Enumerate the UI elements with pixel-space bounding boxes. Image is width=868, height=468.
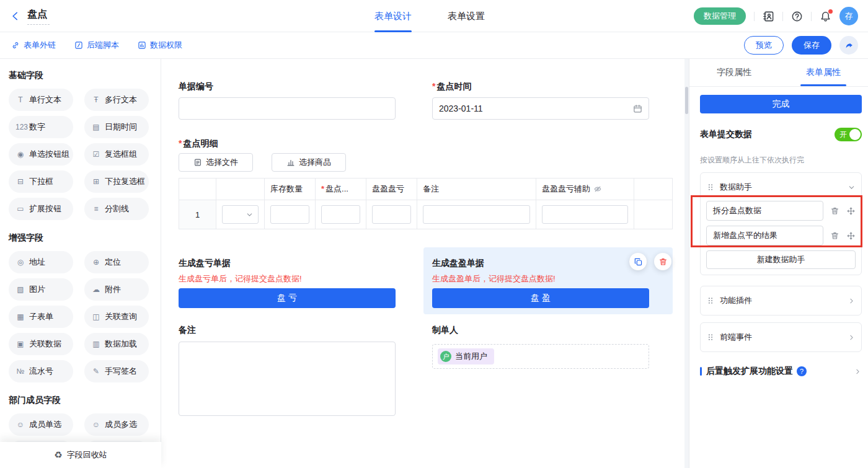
profit-action-button[interactable]: 盘 盈: [432, 288, 649, 308]
sidebar-field-item[interactable]: ☺成员单选: [9, 413, 73, 436]
field-generate-profit-selected[interactable]: 生成盘盈单据 生成盘盈单后，记得提交盘点数据! 盘 盈: [423, 247, 673, 314]
properties-tab[interactable]: 表单属性: [779, 59, 868, 86]
sidebar-field-item[interactable]: ▤日期时间: [84, 116, 149, 138]
avatar[interactable]: 存: [839, 7, 858, 25]
chevron-right-icon[interactable]: [848, 333, 856, 342]
sidebar-field-item[interactable]: ⊕定位: [84, 251, 149, 273]
drag-handle-icon[interactable]: [706, 333, 715, 342]
post-trigger-label: 后置触发扩展功能设置: [706, 366, 793, 377]
select-product-button[interactable]: 选择商品: [272, 153, 346, 172]
contacts-book-icon[interactable]: [763, 11, 774, 22]
assistant-item-name[interactable]: 新增盘点平的结果: [706, 226, 823, 245]
sidebar-field-item[interactable]: ◎地址: [9, 251, 73, 273]
field-detail-subform[interactable]: 盘点明细 选择文件 选择商品 库存数量盘点...盘盈盘亏备注盘盈盘亏辅助1: [179, 138, 684, 229]
delete-field-button[interactable]: [654, 253, 671, 270]
help-badge-icon[interactable]: ?: [797, 366, 807, 376]
field-type-icon: ☺: [91, 420, 101, 429]
form-designer-page: 盘点 表单设计表单设置 数据管理 存 表单外链后端脚本数据权限 预览 保存 基础…: [0, 0, 868, 468]
properties-tab[interactable]: 字段属性: [689, 59, 779, 86]
loss-hint: 生成盘亏单后，记得提交盘点数据!: [179, 273, 396, 285]
sidebar-field-item[interactable]: ◫关联查询: [84, 306, 149, 328]
plugin-title: 功能插件: [720, 295, 843, 306]
help-icon[interactable]: [791, 11, 803, 22]
subform-header-cell: 库存数量: [265, 179, 316, 200]
copy-field-button[interactable]: [629, 253, 647, 270]
move-icon[interactable]: [846, 231, 856, 241]
topbar-tab[interactable]: 表单设计: [374, 0, 412, 32]
submit-data-toggle[interactable]: 开: [835, 128, 862, 141]
chevron-down-icon[interactable]: [848, 183, 856, 192]
form-external-link[interactable]: 表单外链: [11, 40, 56, 51]
remark-textarea[interactable]: [179, 342, 396, 416]
sidebar-field-item[interactable]: 123数字: [9, 116, 73, 138]
subform-body-cell: 1: [179, 200, 216, 229]
sidebar-field-item[interactable]: ≡分割线: [84, 198, 149, 220]
backend-script-link[interactable]: 后端脚本: [74, 40, 119, 51]
column-label: 盘盈盘亏: [372, 183, 404, 195]
chevron-right-icon[interactable]: [854, 368, 862, 376]
loss-action-button[interactable]: 盘 亏: [179, 288, 396, 308]
form-title[interactable]: 盘点: [27, 7, 50, 25]
sidebar-field-item[interactable]: Ŧ多行文本: [84, 89, 149, 111]
share-button[interactable]: [839, 36, 858, 55]
save-button[interactable]: 保存: [792, 36, 831, 55]
row-cell-input[interactable]: [423, 205, 530, 224]
sidebar-field-item[interactable]: ◉单选按钮组: [9, 143, 73, 166]
row-type-select[interactable]: [222, 205, 259, 224]
current-user-tag[interactable]: 户 当前用户: [438, 348, 494, 364]
data-permission-link[interactable]: 数据权限: [138, 40, 182, 51]
sidebar-field-item[interactable]: ▭扩展按钮: [9, 198, 73, 220]
field-type-label: 子表单: [29, 311, 53, 322]
sidebar-field-item[interactable]: ▦子表单: [9, 306, 73, 328]
chevron-right-icon[interactable]: [848, 297, 856, 305]
drag-handle-icon[interactable]: [706, 296, 715, 305]
row-cell-input[interactable]: [270, 205, 309, 224]
assistant-item-name[interactable]: 拆分盘点数据: [706, 201, 823, 221]
field-creator[interactable]: 制单人 户 当前用户: [432, 325, 649, 416]
sidebar-field-item[interactable]: ⊞下拉复选框: [84, 170, 149, 193]
sidebar-field-item[interactable]: ▥数据加载: [84, 333, 149, 355]
row-cell-input[interactable]: [372, 205, 411, 224]
sidebar-field-item[interactable]: ☺成员多选: [84, 413, 149, 436]
new-data-assistant-button[interactable]: 新建数据助手: [706, 250, 856, 269]
field-type-label: 单选按钮组: [29, 149, 69, 160]
field-type-label: 定位: [105, 257, 121, 268]
trash-icon[interactable]: [830, 231, 839, 241]
row-cell-input[interactable]: [321, 205, 360, 224]
field-type-icon: ✎: [91, 367, 101, 376]
creator-value-box[interactable]: 户 当前用户: [432, 344, 649, 369]
move-icon[interactable]: [846, 206, 856, 216]
field-type-icon: ⊞: [91, 177, 101, 186]
select-file-button[interactable]: 选择文件: [179, 153, 253, 172]
sidebar-field-item[interactable]: ▣关联数据: [9, 333, 73, 355]
field-check-time[interactable]: 盘点时间 2023-01-11: [432, 81, 649, 120]
recycle-label: 字段回收站: [67, 449, 107, 461]
data-manage-button[interactable]: 数据管理: [694, 7, 746, 25]
field-remark[interactable]: 备注: [179, 325, 396, 416]
back-icon[interactable]: [10, 11, 21, 22]
field-recycle-bin-button[interactable]: ♻ 字段回收站: [0, 442, 161, 468]
field-type-label: 复选框组: [105, 149, 137, 160]
done-button[interactable]: 完成: [700, 95, 862, 113]
tab-label: 表单设计: [374, 11, 412, 22]
row-cell-input[interactable]: [542, 205, 628, 224]
preview-button[interactable]: 预览: [744, 36, 784, 55]
post-trigger-section[interactable]: 后置触发扩展功能设置 ?: [700, 366, 862, 377]
sidebar-field-item[interactable]: ✎手写签名: [84, 360, 149, 382]
sidebar-field-item[interactable]: ▧图片: [9, 278, 73, 301]
check-time-input[interactable]: 2023-01-11: [432, 97, 649, 120]
notification-bell-icon[interactable]: [820, 11, 831, 22]
toolbar-links: 表单外链后端脚本数据权限: [11, 40, 182, 51]
sidebar-field-item[interactable]: №流水号: [9, 360, 73, 382]
field-generate-loss[interactable]: 生成盘亏单据 生成盘亏单后，记得提交盘点数据! 盘 亏: [170, 247, 404, 314]
sidebar-field-item[interactable]: T单行文本: [9, 89, 73, 111]
topbar-tab[interactable]: 表单设置: [448, 0, 485, 32]
canvas-scrollbar[interactable]: [685, 87, 688, 114]
drag-handle-icon[interactable]: [706, 183, 715, 192]
sidebar-field-item[interactable]: ☑复选框组: [84, 143, 149, 166]
trash-icon[interactable]: [830, 206, 839, 216]
bill-no-input[interactable]: [179, 97, 396, 120]
sidebar-field-item[interactable]: ⊟下拉框: [9, 170, 73, 193]
sidebar-field-item[interactable]: ☁附件: [84, 278, 149, 301]
field-bill-no[interactable]: 单据编号: [179, 81, 396, 120]
